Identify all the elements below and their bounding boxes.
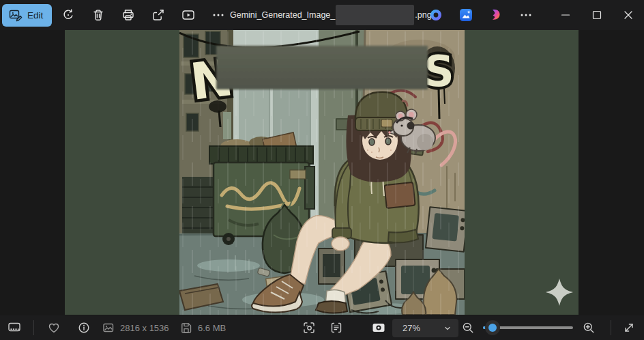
info-icon (78, 322, 90, 334)
delete-button[interactable] (85, 3, 112, 27)
dimensions-icon (102, 322, 115, 334)
rotate-button[interactable] (55, 3, 82, 27)
photos-app-window: Edit Gemini_Generated_Image_ .png (0, 0, 644, 340)
filmstrip-icon (8, 322, 20, 334)
visual-search-icon (303, 322, 315, 334)
copilot-button[interactable] (422, 3, 450, 27)
zoom-level-dropdown[interactable]: 27% (392, 319, 458, 337)
ai-image-icon (459, 8, 473, 22)
zoom-in-icon (583, 322, 595, 334)
share-icon (151, 8, 165, 22)
print-button[interactable] (115, 3, 142, 27)
edit-image-icon (9, 8, 23, 22)
zoom-out-button[interactable] (458, 318, 478, 337)
save-icon (180, 322, 192, 334)
more-apps-button[interactable] (512, 3, 540, 27)
zoom-out-icon (462, 322, 474, 334)
share-button[interactable] (145, 3, 172, 27)
heart-icon (48, 322, 60, 334)
file-size: 6.6 MB (180, 315, 226, 340)
slideshow-icon (181, 8, 195, 22)
text-extract-icon (330, 322, 342, 334)
fullscreen-icon (623, 322, 635, 334)
filename: Gemini_Generated_Image_ .png (230, 0, 432, 30)
dimensions-value: 2816 x 1536 (120, 323, 169, 333)
trash-icon (91, 8, 105, 22)
filename-redaction (336, 5, 414, 25)
printer-icon (121, 8, 135, 22)
more-options-button[interactable] (205, 3, 232, 27)
statusbar: 2816 x 1536 6.6 MB 27% (0, 315, 644, 340)
visual-search-button[interactable] (299, 318, 319, 337)
minimize-button[interactable] (550, 0, 581, 30)
favorite-button[interactable] (44, 318, 63, 337)
alley-illustration: N S (65, 30, 579, 315)
edit-button-label: Edit (27, 10, 43, 20)
image-viewport[interactable]: N S (0, 30, 644, 315)
filmstrip-toggle-button[interactable] (5, 318, 24, 337)
filename-prefix: Gemini_Generated_Image_ (230, 10, 335, 20)
file-size-value: 6.6 MB (198, 323, 226, 333)
titlebar: Edit Gemini_Generated_Image_ .png (0, 0, 644, 30)
text-actions-button[interactable] (327, 318, 346, 337)
statusbar-divider (611, 320, 611, 335)
edit-button[interactable]: Edit (2, 4, 52, 27)
chevron-down-icon (443, 324, 452, 332)
rotate-icon (61, 8, 75, 22)
ellipsis-icon (519, 8, 533, 22)
maximize-icon (590, 8, 604, 22)
ai-image-edit-button[interactable] (452, 3, 480, 27)
slideshow-button[interactable] (175, 3, 202, 27)
image-redaction-box (216, 46, 428, 89)
maximize-button[interactable] (581, 0, 613, 30)
ellipsis-icon (211, 8, 225, 22)
zoom-level-value: 27% (402, 323, 420, 333)
info-button[interactable] (74, 318, 93, 337)
designer-icon (489, 8, 503, 22)
designer-button[interactable] (482, 3, 510, 27)
image-dimensions: 2816 x 1536 (102, 315, 169, 340)
copilot-icon (429, 8, 443, 22)
minimize-icon (559, 8, 572, 22)
close-icon (621, 8, 635, 22)
zoom-in-button[interactable] (579, 318, 598, 337)
zoom-slider[interactable] (482, 315, 574, 340)
focus-view-button[interactable] (369, 318, 388, 337)
zoom-slider-thumb[interactable] (488, 324, 497, 332)
close-button[interactable] (613, 0, 644, 30)
statusbar-divider (33, 320, 34, 335)
focus-view-icon (372, 322, 385, 334)
fullscreen-button[interactable] (619, 318, 639, 337)
